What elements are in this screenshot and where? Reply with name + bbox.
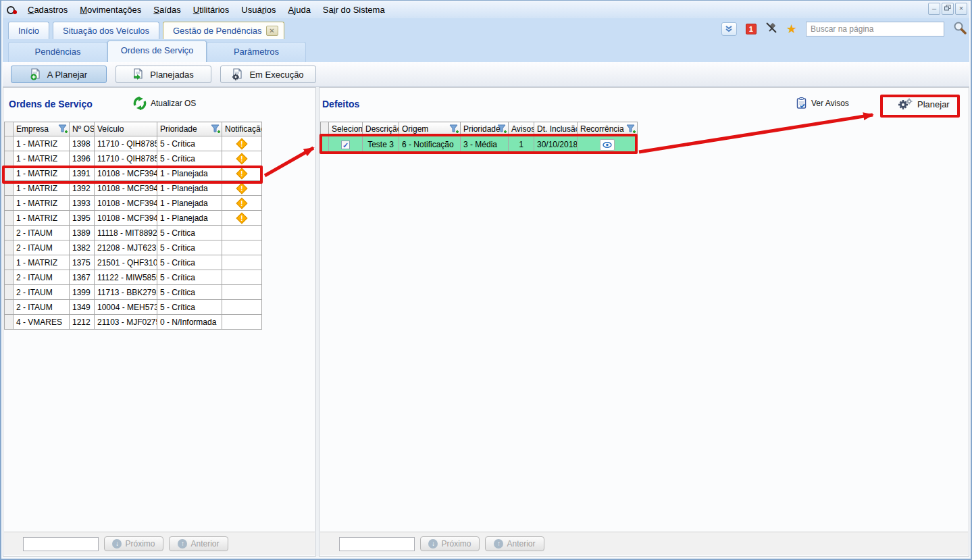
warning-icon[interactable]: !	[236, 212, 248, 224]
close-icon[interactable]: ×	[955, 3, 967, 15]
table-row[interactable]: 1 - MATRIZ137521501 - QHF31035 - Crítica	[5, 255, 262, 270]
search-icon[interactable]	[953, 21, 967, 37]
column-header-avisos[interactable]: Avisos	[509, 122, 534, 136]
filter-icon[interactable]	[449, 124, 459, 134]
row-indicator[interactable]	[5, 211, 14, 226]
column-header-recorr-ncia[interactable]: Recorrência	[578, 122, 638, 136]
row-indicator[interactable]	[5, 255, 14, 270]
arrow-up-icon: ↑	[178, 539, 187, 549]
table-row[interactable]: 1 - MATRIZ139310108 - MCF39481 - Planeja…	[5, 196, 262, 211]
search-input[interactable]	[806, 22, 944, 36]
tab-close-icon[interactable]: ✕	[266, 26, 278, 36]
tab-gest-o-de-pend-ncias[interactable]: Gestão de Pendências✕	[163, 22, 284, 39]
column-header-label: Selecionar	[332, 124, 363, 134]
orders-previous-button[interactable]: ↑ Anterior	[169, 536, 228, 551]
table-row[interactable]: 1 - MATRIZ139611710 - QIH87855 - Crítica…	[5, 151, 262, 166]
cell-prioridade: 1 - Planejada	[157, 166, 222, 181]
column-header-origem[interactable]: Origem	[399, 122, 461, 136]
toolbar-button-a-planejar[interactable]: A Planejar	[11, 66, 107, 83]
subtab-ordens-de-servi-o[interactable]: Ordens de Serviço	[107, 41, 207, 62]
arrow-down-icon: ↓	[428, 539, 438, 549]
star-icon[interactable]: ★	[786, 23, 797, 35]
table-row[interactable]: 2 - ITAUM134910004 - MEH57305 - Crítica	[5, 300, 262, 315]
warning-icon[interactable]: !	[236, 138, 248, 149]
table-row[interactable]: 1 - MATRIZ139210108 - MCF39481 - Planeja…	[5, 181, 262, 196]
table-row[interactable]: 2 - ITAUM138911118 - MIT88925 - Crítica	[5, 226, 262, 240]
warning-icon[interactable]: !	[236, 168, 248, 179]
defects-find-input[interactable]	[339, 537, 415, 551]
column-header-descri-o[interactable]: Descrição	[363, 122, 399, 136]
cell-os: 1212	[70, 315, 95, 330]
table-row[interactable]: 4 - VMARES121221103 - MJF02750 - N/Infor…	[5, 315, 262, 330]
column-header-selecionar[interactable]: Selecionar	[329, 122, 363, 136]
menu-item[interactable]: Sair do Sistema	[317, 3, 391, 17]
row-indicator[interactable]	[5, 166, 14, 181]
table-row[interactable]: 2 - ITAUM138221208 - MJT62315 - Crítica	[5, 240, 262, 255]
menu-item[interactable]: Usuários	[235, 3, 282, 17]
column-header-ve-culo[interactable]: Veículo	[95, 122, 157, 136]
column-header-prioridade[interactable]: Prioridade	[157, 122, 222, 136]
table-row[interactable]: 1 - MATRIZ139811710 - QIH87855 - Crítica…	[5, 136, 262, 151]
filter-icon[interactable]	[497, 124, 507, 134]
cell-os: 1393	[70, 196, 95, 211]
subtab-pend-ncias[interactable]: Pendências	[8, 42, 107, 62]
cell-dt-inclusao: 30/10/2018	[534, 136, 578, 153]
row-indicator[interactable]	[5, 196, 14, 211]
subtab-par-metros[interactable]: Parâmetros	[207, 42, 306, 62]
warning-icon[interactable]: !	[236, 182, 248, 194]
cell-empresa: 1 - MATRIZ	[14, 255, 70, 270]
filter-icon[interactable]	[626, 124, 636, 134]
cell-prioridade: 1 - Planejada	[157, 211, 222, 226]
row-indicator[interactable]	[5, 315, 14, 330]
eye-icon[interactable]	[600, 139, 615, 151]
filter-icon[interactable]	[211, 124, 221, 134]
table-row-selected[interactable]: ✓Teste 36 - Notificação3 - Média130/10/2…	[321, 136, 638, 153]
toolbar-button-planejadas[interactable]: Planejadas	[116, 66, 211, 83]
restore-button[interactable]	[942, 3, 954, 15]
row-indicator[interactable]	[5, 270, 14, 285]
column-header-notifica-o[interactable]: Notificação	[222, 122, 262, 136]
column-header-prioridade[interactable]: Prioridade	[461, 122, 509, 136]
refresh-os-button[interactable]: Atualizar OS	[133, 97, 196, 110]
checkbox-checked[interactable]: ✓	[341, 141, 350, 149]
menu-item[interactable]: Ajuda	[282, 3, 317, 17]
row-indicator[interactable]	[5, 240, 14, 255]
minimize-button[interactable]: –	[928, 3, 940, 15]
column-header-empresa[interactable]: Empresa	[14, 122, 70, 136]
row-indicator[interactable]	[5, 285, 14, 300]
ver-avisos-button[interactable]: Ver Avisos	[796, 97, 849, 109]
table-row[interactable]: 1 - MATRIZ139110108 - MCF39481 - Planeja…	[5, 166, 262, 181]
toolbar-button-em-execu-o[interactable]: Em Execução	[220, 66, 316, 83]
menu-item[interactable]: Utilitários	[187, 3, 235, 17]
warning-icon[interactable]: !	[236, 197, 248, 209]
defects-previous-button[interactable]: ↑ Anterior	[485, 536, 544, 551]
chevron-down-icon[interactable]	[721, 22, 737, 36]
orders-find-input[interactable]	[23, 537, 99, 551]
defects-next-button[interactable]: ↓ Próximo	[420, 536, 480, 551]
table-row[interactable]: 2 - ITAUM136711122 - MIW58555 - Crítica	[5, 270, 262, 285]
row-indicator[interactable]	[5, 136, 14, 151]
table-row[interactable]: 2 - ITAUM139911713 - BBK27935 - Crítica	[5, 285, 262, 300]
pin-disabled-icon[interactable]	[765, 22, 777, 36]
orders-next-button[interactable]: ↓ Próximo	[104, 536, 163, 551]
column-header-dt-inclus-o[interactable]: Dt. Inclusão	[534, 122, 578, 136]
cell-os: 1375	[70, 255, 95, 270]
row-indicator[interactable]	[5, 226, 14, 240]
toolbar: A PlanejarPlanejadasEm Execução	[3, 62, 969, 87]
menu-item[interactable]: Saídas	[147, 3, 186, 17]
planejar-button[interactable]: Planejar	[897, 97, 950, 111]
row-indicator[interactable]	[321, 136, 329, 153]
column-header-n-os[interactable]: Nº OS	[70, 122, 95, 136]
row-indicator[interactable]	[5, 151, 14, 166]
filter-icon[interactable]	[58, 124, 68, 134]
warning-icon[interactable]: !	[236, 153, 248, 164]
table-row[interactable]: 1 - MATRIZ139510108 - MCF39481 - Planeja…	[5, 211, 262, 226]
notification-badge[interactable]: 1	[746, 24, 757, 34]
menu-item[interactable]: Movimentações	[74, 3, 147, 17]
row-indicator[interactable]	[5, 181, 14, 196]
row-indicator[interactable]	[5, 300, 14, 315]
tab-situa-o-dos-ve-culos[interactable]: Situação dos Veículos	[53, 22, 159, 39]
tab-in-cio[interactable]: Início	[8, 22, 49, 39]
menu-item[interactable]: Cadastros	[22, 3, 74, 17]
document-add-icon	[30, 68, 43, 80]
